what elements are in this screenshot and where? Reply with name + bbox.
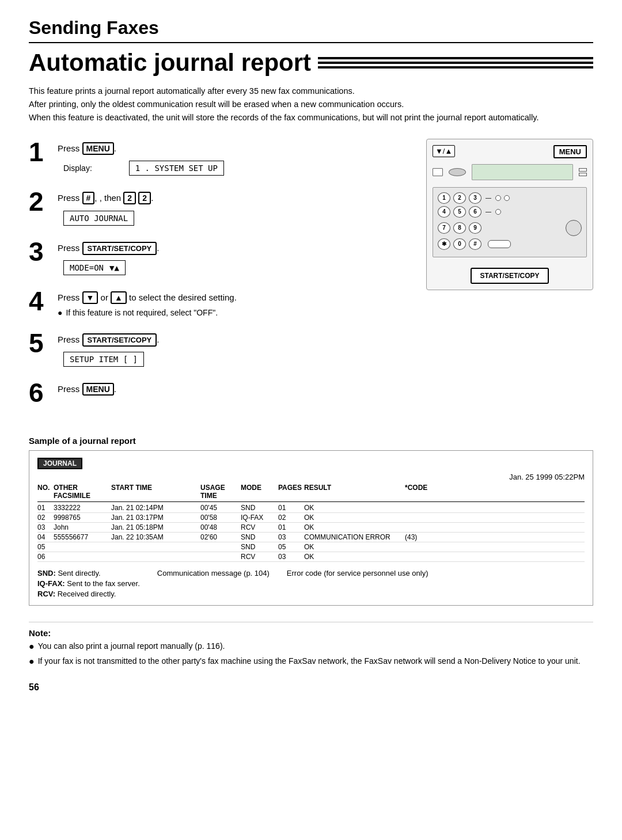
key-3: 3 bbox=[469, 192, 481, 204]
key-hash: # bbox=[469, 238, 481, 250]
table-row: 03 John Jan. 21 05:18PM 00'48 RCV 01 OK bbox=[37, 523, 585, 533]
step-3-text: Press START/SET/COPY. bbox=[58, 242, 409, 255]
device-start-set-copy: START/SET/COPY bbox=[471, 268, 548, 284]
start-set-copy-key-5: START/SET/COPY bbox=[82, 333, 157, 347]
circle-1 bbox=[495, 195, 501, 201]
note-section: Note: ● You can also print a journal rep… bbox=[29, 622, 593, 668]
step-1-text: Press MENU. bbox=[58, 142, 409, 155]
journal-section: Sample of a journal report JOURNAL Jan. … bbox=[29, 436, 593, 606]
big-circle-button bbox=[566, 220, 582, 236]
table-row: 02 9998765 Jan. 21 03:17PM 00'58 IQ-FAX … bbox=[37, 513, 585, 523]
table-row: 01 3332222 Jan. 21 02:14PM 00'45 SND 01 … bbox=[37, 503, 585, 513]
step-4-sub: ● ● If this feature is not required, sel… bbox=[58, 308, 409, 317]
step-4-number: 4 bbox=[29, 288, 50, 314]
note-item-1: ● You can also print a journal report ma… bbox=[29, 640, 593, 653]
note-text-2: If your fax is not transmitted to the ot… bbox=[38, 655, 581, 668]
slider-control bbox=[488, 240, 511, 248]
key-2b: 2 bbox=[138, 192, 151, 204]
legend-error: Error code (for service personnel use on… bbox=[287, 569, 428, 577]
device-scan-indicator bbox=[433, 168, 443, 176]
legend-snd: SND: Sent directly. bbox=[37, 569, 140, 577]
key-8: 8 bbox=[453, 222, 466, 234]
step-6-content: Press MENU. bbox=[58, 379, 409, 400]
note-bullet-1: ● bbox=[29, 640, 35, 653]
step-3-number: 3 bbox=[29, 238, 50, 265]
menu-key-6: MENU bbox=[82, 383, 114, 396]
heading-decoration bbox=[318, 57, 593, 69]
journal-header-row: NO. OTHER FACSIMILE START TIME USAGE TIM… bbox=[37, 484, 585, 502]
journal-rows: 01 3332222 Jan. 21 02:14PM 00'45 SND 01 … bbox=[37, 503, 585, 562]
step-1-display-row: Display: 1 . SYSTEM SET UP bbox=[63, 158, 409, 176]
step-3: 3 Press START/SET/COPY. MODE=ON ▼▲ bbox=[29, 238, 409, 276]
device-menu-button: MENU bbox=[553, 145, 587, 158]
start-set-copy-key-3: START/SET/COPY bbox=[82, 242, 157, 255]
page-title: Sending Faxes bbox=[29, 17, 593, 39]
col-header-start: START TIME bbox=[111, 484, 200, 500]
col-header-no: NO. bbox=[37, 484, 54, 500]
key-2: 2 bbox=[453, 192, 466, 204]
step-2: 2 Press #, , then 2 2. AUTO JOURNAL bbox=[29, 188, 409, 226]
note-item-2: ● If your fax is not transmitted to the … bbox=[29, 655, 593, 668]
step-5-content: Press START/SET/COPY. SETUP ITEM [ ] bbox=[58, 330, 409, 367]
step-2-text: Press #, , then 2 2. bbox=[58, 192, 409, 205]
note-label: Note: bbox=[29, 628, 593, 638]
key-0: 0 bbox=[453, 238, 466, 250]
legend-col-3: Error code (for service personnel use on… bbox=[287, 569, 428, 598]
step-2-content: Press #, , then 2 2. AUTO JOURNAL bbox=[58, 188, 409, 226]
circle-3 bbox=[495, 209, 501, 215]
step-5: 5 Press START/SET/COPY. SETUP ITEM [ ] bbox=[29, 330, 409, 367]
step-4-text: Press ▼ or ▲ to select the desired setti… bbox=[58, 291, 409, 305]
device-top-row: ▼/▲ MENU bbox=[433, 145, 587, 158]
device-lens bbox=[449, 168, 466, 176]
step-2-display-box: AUTO JOURNAL bbox=[63, 211, 134, 226]
legend-iqfax: IQ-FAX: Sent to the fax server. bbox=[37, 579, 140, 588]
keypad-row-1: 1 2 3 — bbox=[438, 192, 582, 204]
step-1-display-label: Display: bbox=[63, 164, 92, 173]
table-row: 05 SND 05 OK bbox=[37, 542, 585, 552]
table-row: 04 555556677 Jan. 22 10:35AM 02'60 SND 0… bbox=[37, 533, 585, 542]
step-6-text: Press MENU. bbox=[58, 383, 409, 396]
step-3-display-box: MODE=ON ▼▲ bbox=[63, 260, 126, 275]
step-1-display-box: 1 . SYSTEM SET UP bbox=[129, 161, 224, 176]
device-column: ▼/▲ MENU 1 2 3 — bbox=[426, 139, 593, 419]
note-bullet-2: ● bbox=[29, 655, 35, 668]
intro-line-1: This feature prints a journal report aut… bbox=[29, 85, 593, 98]
step-2-number: 2 bbox=[29, 188, 50, 215]
section-title-text: Automatic journal report bbox=[29, 49, 311, 77]
device-illustration: ▼/▲ MENU 1 2 3 — bbox=[426, 139, 593, 290]
col-header-result: RESULT bbox=[304, 484, 405, 500]
step-4-content: Press ▼ or ▲ to select the desired setti… bbox=[58, 288, 409, 317]
journal-title-box: JOURNAL bbox=[37, 458, 82, 469]
intro-line-2: After printing, only the oldest communic… bbox=[29, 98, 593, 111]
legend-col-2: Communication message (p. 104) bbox=[157, 569, 270, 598]
device-start-row: START/SET/COPY bbox=[433, 263, 587, 284]
journal-date: Jan. 25 1999 05:22PM bbox=[37, 473, 585, 481]
step-4-bullet: ● bbox=[58, 308, 62, 317]
key-1: 1 bbox=[438, 192, 450, 204]
legend-comm: Communication message (p. 104) bbox=[157, 569, 270, 577]
key-7: 7 bbox=[438, 222, 450, 234]
journal-legend: SND: Sent directly. IQ-FAX: Sent to the … bbox=[37, 569, 585, 598]
col-header-usage: USAGE TIME bbox=[200, 484, 241, 500]
section-heading: Automatic journal report bbox=[29, 49, 593, 77]
arrow-down-key: ▼ bbox=[82, 291, 98, 304]
journal-container: JOURNAL Jan. 25 1999 05:22PM NO. OTHER F… bbox=[29, 450, 593, 606]
key-4: 4 bbox=[438, 206, 450, 218]
step-5-display-box: SETUP ITEM [ ] bbox=[63, 352, 144, 367]
journal-section-label: Sample of a journal report bbox=[29, 436, 593, 446]
key-6: 6 bbox=[469, 206, 481, 218]
keypad-row-2: 4 5 6 — bbox=[438, 206, 582, 218]
col-header-pages: PAGES bbox=[278, 484, 304, 500]
keypad-row-4: ✱ 0 # bbox=[438, 238, 582, 250]
table-row: 06 RCV 03 OK bbox=[37, 552, 585, 562]
menu-key-1: MENU bbox=[82, 142, 114, 155]
step-6-number: 6 bbox=[29, 379, 50, 406]
col-header-fax: OTHER FACSIMILE bbox=[54, 484, 111, 500]
circle-2 bbox=[504, 195, 510, 201]
device-lcd-row bbox=[433, 162, 587, 183]
step-1-content: Press MENU. Display: 1 . SYSTEM SET UP bbox=[58, 139, 409, 176]
intro-line-3: When this feature is deactivated, the un… bbox=[29, 111, 593, 124]
step-5-number: 5 bbox=[29, 330, 50, 356]
device-indicator-lights bbox=[579, 168, 587, 176]
step-4: 4 Press ▼ or ▲ to select the desired set… bbox=[29, 288, 409, 317]
